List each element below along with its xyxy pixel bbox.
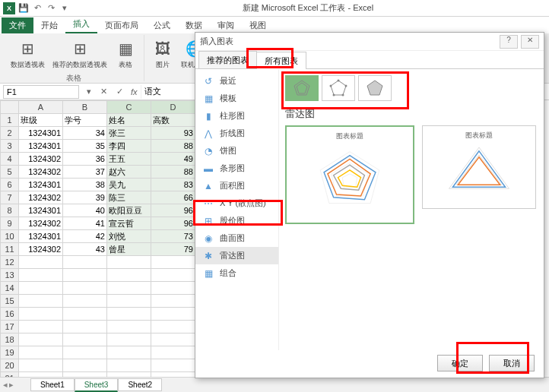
cell[interactable] [107,321,151,334]
chart-type-模板[interactable]: ▦模板 [195,90,278,107]
chart-type-条形图[interactable]: ▬条形图 [195,160,278,177]
cell[interactable]: 吴九 [107,179,151,191]
cell[interactable] [63,295,107,308]
row-header[interactable]: 6 [1,179,19,191]
row-header[interactable]: 17 [1,321,19,334]
cell[interactable]: 49 [151,153,195,166]
cell[interactable]: 35 [63,140,107,153]
cell[interactable]: 37 [63,166,107,179]
cell[interactable]: 88 [151,166,195,179]
picture-button[interactable]: 🖼图片 [149,36,176,71]
row-header[interactable]: 13 [1,269,19,282]
row-header[interactable]: 5 [1,166,19,179]
cell[interactable]: 张三 [107,127,151,140]
chart-type-雷达图[interactable]: ✱雷达图 [195,247,278,264]
chart-type-折线图[interactable]: ⋀折线图 [195,125,278,142]
chart-type-X Y (散点图)[interactable]: ⋯X Y (散点图) [195,194,278,212]
header-cell[interactable]: 班级 [19,114,63,127]
cell[interactable] [19,334,63,346]
chart-type-最近[interactable]: ↺最近 [195,72,278,90]
tab-formula[interactable]: 公式 [146,17,178,33]
recommended-pivot-button[interactable]: ⊞推荐的数据透视表 [49,36,110,71]
dialog-tab-recommended[interactable]: 推荐的图表 [198,51,257,68]
radar-subtype-1[interactable] [285,75,319,101]
cell[interactable] [151,321,195,334]
row-header[interactable]: 2 [1,127,19,140]
cell[interactable] [107,295,151,308]
col-header[interactable]: C [107,101,151,114]
cell[interactable] [19,321,63,334]
cell[interactable] [63,308,107,321]
dialog-close-button[interactable]: ✕ [521,35,539,49]
sheet-nav-prev-icon[interactable]: ◂ [3,380,8,390]
radar-subtype-2[interactable] [322,75,355,101]
row-header[interactable]: 1 [1,114,19,127]
cell[interactable] [107,308,151,321]
tab-home[interactable]: 开始 [33,17,65,33]
save-icon[interactable]: 💾 [18,3,29,14]
cell[interactable] [151,269,195,282]
cell[interactable]: 1324301 [19,204,63,217]
cell[interactable] [19,359,63,372]
cell[interactable] [19,346,63,359]
cell[interactable] [63,256,107,269]
cell[interactable]: 1324302 [19,217,63,230]
row-header[interactable]: 18 [1,334,19,346]
cell[interactable]: 39 [63,191,107,204]
cell[interactable] [19,256,63,269]
cell[interactable]: 34 [63,127,107,140]
cell[interactable]: 1324301 [19,127,63,140]
row-header[interactable]: 15 [1,295,19,308]
cell[interactable]: 李四 [107,140,151,153]
cell[interactable]: 96 [151,204,195,217]
undo-icon[interactable]: ↶ [32,3,43,14]
cell[interactable]: 79 [151,243,195,256]
col-header[interactable]: D [151,101,195,114]
redo-icon[interactable]: ↷ [46,3,56,14]
cancel-button[interactable]: 取消 [489,355,535,371]
cell[interactable] [63,282,107,295]
dialog-help-button[interactable]: ? [500,35,518,49]
row-header[interactable]: 14 [1,282,19,295]
cell[interactable]: 83 [151,179,195,191]
tab-view[interactable]: 视图 [242,17,274,33]
cell[interactable]: 88 [151,140,195,153]
chart-type-面积图[interactable]: ▲面积图 [195,177,278,194]
cell[interactable] [151,282,195,295]
sheet-nav-next-icon[interactable]: ▸ [9,380,14,390]
cell[interactable] [107,269,151,282]
cell[interactable]: 曾星 [107,243,151,256]
cell[interactable]: 42 [63,230,107,243]
cell[interactable] [63,334,107,346]
tab-layout[interactable]: 页面布局 [97,17,146,33]
cell[interactable] [151,308,195,321]
row-header[interactable]: 10 [1,230,19,243]
chart-type-柱形图[interactable]: ▮柱形图 [195,107,278,125]
fx-icon[interactable]: fx [128,87,141,96]
cell[interactable] [63,359,107,372]
cell[interactable]: 宣云哲 [107,217,151,230]
namebox-dropdown-icon[interactable]: ▾ [82,87,96,96]
cell[interactable]: 40 [63,204,107,217]
row-header[interactable]: 19 [1,346,19,359]
row-header[interactable]: 9 [1,217,19,230]
cell[interactable] [107,256,151,269]
ok-button[interactable]: 确定 [437,355,483,371]
cell[interactable]: 1324301 [19,140,63,153]
radar-subtype-3[interactable] [358,75,392,101]
cell[interactable] [19,308,63,321]
tab-review[interactable]: 审阅 [210,17,242,33]
cell[interactable]: 陈三 [107,191,151,204]
sheet-tab-sheet2[interactable]: Sheet2 [118,378,162,391]
cell[interactable] [63,321,107,334]
row-header[interactable]: 8 [1,204,19,217]
chart-preview-2[interactable]: 图表标题 [422,125,536,209]
header-cell[interactable]: 学号 [63,114,107,127]
cell[interactable] [63,346,107,359]
cell[interactable]: 欧阳豆豆 [107,204,151,217]
cell[interactable]: 赵六 [107,166,151,179]
chart-type-股价图[interactable]: ⊞股价图 [195,212,278,229]
cell[interactable] [107,359,151,372]
cell[interactable] [19,282,63,295]
cell[interactable] [151,359,195,372]
